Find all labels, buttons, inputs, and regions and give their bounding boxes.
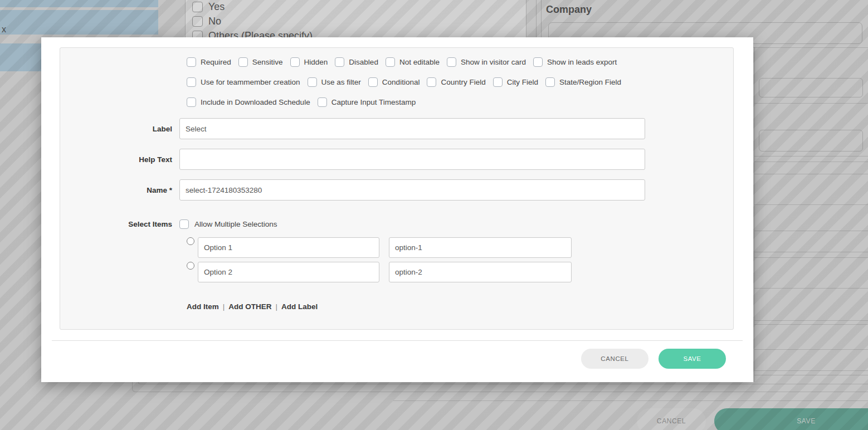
checkbox-box[interactable]: [238, 57, 248, 67]
checkbox-show-in-visitor-card[interactable]: Show in visitor card: [447, 57, 526, 67]
checkbox-box[interactable]: [308, 77, 317, 87]
checkbox-disabled[interactable]: Disabled: [335, 57, 378, 67]
field-flags-row-1: Required Sensitive Hidden Disabled Not e…: [187, 57, 733, 67]
checkbox-box[interactable]: [187, 97, 196, 107]
help-text-field-row: Help Text: [60, 149, 733, 170]
checkbox-country-field[interactable]: Country Field: [427, 77, 485, 87]
checkbox-box[interactable]: [368, 77, 378, 87]
footer-divider: [52, 340, 743, 341]
checkbox-box[interactable]: [187, 77, 196, 87]
checkbox-box[interactable]: [335, 57, 344, 67]
field-settings-panel: Required Sensitive Hidden Disabled Not e…: [60, 47, 734, 330]
checkbox-hidden[interactable]: Hidden: [290, 57, 328, 67]
option-2-value-input[interactable]: [389, 262, 572, 282]
field-flags-row-3: Include in Downloaded Schedule Capture I…: [187, 97, 733, 107]
label-input[interactable]: [179, 118, 645, 139]
checkbox-box[interactable]: [533, 57, 543, 67]
checkbox-box[interactable]: [290, 57, 300, 67]
name-input[interactable]: [179, 179, 645, 201]
checkbox-sensitive[interactable]: Sensitive: [238, 57, 283, 67]
select-items-label: Select Items: [60, 220, 179, 228]
checkbox-box[interactable]: [447, 57, 456, 67]
field-settings-modal: Required Sensitive Hidden Disabled Not e…: [41, 37, 753, 382]
cancel-button[interactable]: CANCEL: [581, 349, 648, 369]
checkbox-box[interactable]: [427, 77, 436, 87]
checkbox-allow-multiple-selections[interactable]: Allow Multiple Selections: [179, 219, 277, 229]
option-1-value-input[interactable]: [389, 237, 572, 258]
checkbox-box[interactable]: [318, 97, 327, 107]
checkbox-box[interactable]: [545, 77, 555, 87]
option-2-radio[interactable]: [187, 262, 194, 270]
checkbox-show-in-leads-export[interactable]: Show in leads export: [533, 57, 617, 67]
checkbox-use-for-teammember-creation[interactable]: Use for teammember creation: [187, 77, 300, 87]
checkbox-conditional[interactable]: Conditional: [368, 77, 420, 87]
checkbox-city-field[interactable]: City Field: [493, 77, 538, 87]
checkbox-include-in-downloaded-schedule[interactable]: Include in Downloaded Schedule: [187, 97, 310, 107]
checkbox-box[interactable]: [187, 57, 196, 67]
add-other-link[interactable]: Add OTHER: [228, 302, 271, 311]
option-2-label-input[interactable]: [198, 262, 379, 282]
checkbox-required[interactable]: Required: [187, 57, 231, 67]
help-text-field-label: Help Text: [60, 155, 179, 164]
link-separator: |: [276, 302, 278, 311]
checkbox-box[interactable]: [179, 219, 189, 229]
help-text-input[interactable]: [179, 149, 645, 170]
label-field-row: Label: [60, 118, 733, 139]
checkbox-capture-input-timestamp[interactable]: Capture Input Timestamp: [318, 97, 416, 107]
checkbox-state-region-field[interactable]: State/Region Field: [545, 77, 621, 87]
option-1-label-input[interactable]: [198, 237, 379, 258]
checkbox-use-as-filter[interactable]: Use as filter: [308, 77, 361, 87]
option-1-radio[interactable]: [187, 237, 194, 245]
field-flags-row-2: Use for teammember creation Use as filte…: [187, 77, 733, 87]
select-items-row: Select Items Allow Multiple Selections: [60, 219, 733, 229]
checkbox-box[interactable]: [386, 57, 395, 67]
label-field-label: Label: [60, 125, 179, 133]
add-item-link[interactable]: Add Item: [187, 302, 219, 311]
link-separator: |: [223, 302, 225, 311]
select-option-row-2: [187, 262, 733, 282]
checkbox-not-editable[interactable]: Not editable: [386, 57, 440, 67]
save-button[interactable]: SAVE: [659, 349, 726, 369]
add-links-row: Add Item|Add OTHER|Add Label: [187, 302, 733, 311]
name-field-row: Name *: [60, 179, 733, 201]
select-option-row-1: [187, 237, 733, 258]
add-label-link[interactable]: Add Label: [281, 302, 318, 311]
name-field-label: Name *: [60, 186, 179, 194]
checkbox-box[interactable]: [493, 77, 503, 87]
